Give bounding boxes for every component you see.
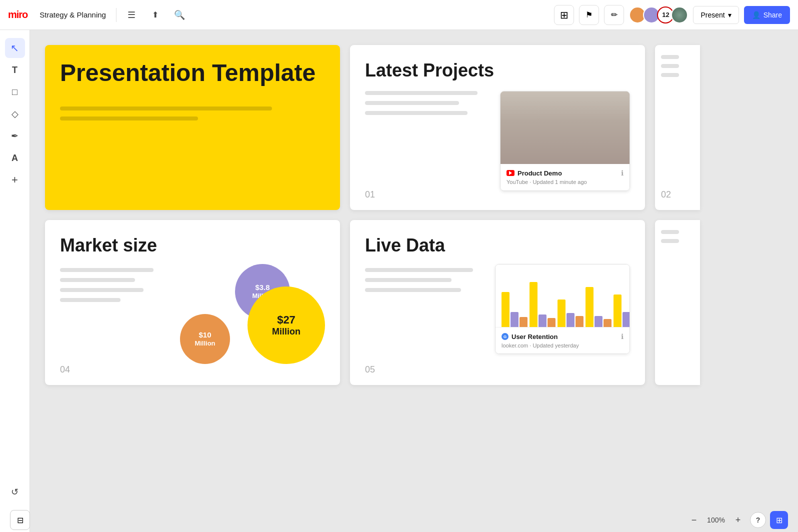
- collab-icon: ✏: [611, 10, 618, 20]
- market-size-title: Market size: [60, 235, 325, 256]
- video-info-icon: ℹ: [621, 169, 624, 177]
- chart-info-top: G User Retention ℹ: [502, 332, 624, 340]
- chart-source-name: looker.com: [502, 342, 528, 348]
- presentation-template-title: Presentation Template: [60, 60, 325, 86]
- bar-yellow-2: [530, 282, 538, 327]
- avatars-group: 12: [629, 6, 688, 24]
- livedata-lines: [365, 264, 485, 292]
- bubble-orange: $10 Million: [180, 314, 230, 364]
- help-icon: ?: [756, 516, 760, 524]
- presentation-line-1: [60, 106, 272, 110]
- undo-button[interactable]: ↺: [5, 482, 25, 502]
- proj-line-1: [365, 91, 478, 95]
- projects-lines: [365, 91, 490, 115]
- bar-group-2: [530, 282, 556, 327]
- video-bg: [500, 92, 630, 164]
- avatar-3: [671, 6, 688, 24]
- zoom-out-button[interactable]: −: [686, 512, 702, 528]
- market-line-1: [60, 268, 154, 272]
- smart-drawing-icon: ⊞: [560, 9, 568, 21]
- left-sidebar: ↖ T □ ◇ ✒ A + ↺ ↻: [0, 30, 30, 532]
- presentation-line-2: [60, 116, 198, 120]
- plus-icon: +: [12, 174, 18, 186]
- board-title[interactable]: Strategy & Planning: [36, 8, 110, 21]
- video-source: Product Demo: [506, 170, 562, 177]
- topbar-right: ⊞ ⚑ ✏ 12 Present ▾ 👤 Share: [554, 5, 790, 25]
- bar-group-4: [586, 287, 612, 327]
- market-line-2: [60, 278, 135, 282]
- market-line-4: [60, 298, 120, 302]
- canvas[interactable]: Presentation Template Latest Projects: [30, 30, 798, 508]
- bubble-orange-value: $10: [198, 330, 211, 340]
- chart-meta: looker.com · Updated yesterday: [502, 342, 624, 348]
- partial-card-top: 02: [655, 45, 700, 210]
- yt-play-icon: [509, 171, 512, 175]
- marker-tool-button[interactable]: A: [5, 148, 25, 168]
- zoom-level: 100%: [706, 516, 726, 524]
- text-tool-button[interactable]: T: [5, 60, 25, 80]
- market-line-3: [60, 288, 144, 292]
- bar-orange-3: [576, 316, 584, 327]
- video-card[interactable]: Product Demo ℹ YouTube · Updated 1 minut…: [500, 91, 630, 191]
- select-tool-button[interactable]: ↖: [5, 38, 25, 58]
- partial-card-bottom: [655, 220, 700, 385]
- bar-yellow-4: [586, 287, 594, 327]
- share-person-icon: 👤: [752, 11, 760, 19]
- market-size-card[interactable]: Market size $3.8 Million $10: [45, 220, 340, 385]
- video-meta: YouTube · Updated 1 minute ago: [506, 179, 624, 185]
- search-button[interactable]: 🔍: [170, 6, 188, 24]
- panel-icon: ⊟: [17, 516, 24, 525]
- livedata-line-2: [365, 278, 452, 282]
- smart-drawing-button[interactable]: ⊞: [554, 5, 574, 25]
- chart-area: [496, 264, 630, 327]
- presentation-template-card[interactable]: Presentation Template: [45, 45, 340, 210]
- bar-purple-2: [538, 314, 546, 327]
- chart-card[interactable]: G User Retention ℹ looker.com · Updated …: [495, 264, 630, 354]
- navigation-button[interactable]: ⊞: [770, 511, 788, 529]
- marker-icon: A: [12, 153, 18, 164]
- video-updated: Updated 1 minute ago: [532, 179, 586, 185]
- bar-purple-3: [566, 313, 574, 327]
- bar-group-1: [502, 292, 528, 327]
- pen-icon: ✒: [11, 130, 18, 142]
- live-data-title: Live Data: [365, 235, 630, 256]
- collab-cursor-button[interactable]: ✏: [604, 5, 624, 25]
- partial-line-2: [661, 64, 679, 68]
- panel-toggle-button[interactable]: ⊟: [10, 510, 30, 530]
- cursor-button[interactable]: ⚑: [579, 5, 599, 25]
- livedata-line-3: [365, 288, 461, 292]
- zoom-in-button[interactable]: +: [730, 512, 746, 528]
- present-label: Present: [700, 11, 724, 19]
- bubble-orange-unit: Million: [194, 340, 215, 348]
- partial-card-number: 02: [661, 190, 694, 200]
- present-button[interactable]: Present ▾: [693, 6, 738, 24]
- share-button[interactable]: 👤 Share: [744, 6, 790, 24]
- projects-card-number: 01: [365, 190, 375, 200]
- note-tool-button[interactable]: □: [5, 82, 25, 102]
- zoom-minus-icon: −: [692, 515, 697, 526]
- bar-yellow-1: [502, 292, 510, 327]
- chart-updated: Updated yesterday: [532, 342, 578, 348]
- shapes-tool-button[interactable]: ◇: [5, 104, 25, 124]
- live-data-card[interactable]: Live Data: [350, 220, 645, 385]
- menu-icon: ☰: [128, 10, 136, 20]
- search-icon: 🔍: [174, 10, 185, 20]
- pen-tool-button[interactable]: ✒: [5, 126, 25, 146]
- market-card-number: 04: [60, 364, 70, 375]
- chart-title: User Retention: [512, 333, 558, 340]
- chart-info-icon: ℹ: [621, 332, 624, 340]
- shapes-icon: ◇: [12, 108, 18, 120]
- partial-bottom-line-1: [661, 230, 679, 234]
- bubble-yellow: $27 Million: [248, 286, 325, 364]
- zoom-plus-icon: +: [736, 515, 741, 526]
- partial-line-1: [661, 55, 679, 59]
- help-button[interactable]: ?: [750, 512, 766, 528]
- text-icon: T: [12, 65, 18, 76]
- upload-icon: ⬆: [152, 10, 158, 20]
- add-tool-button[interactable]: +: [5, 170, 25, 190]
- upload-button[interactable]: ⬆: [146, 6, 164, 24]
- topbar: miro Strategy & Planning ☰ ⬆ 🔍 ⊞ ⚑ ✏ 12 …: [0, 0, 798, 30]
- menu-button[interactable]: ☰: [122, 6, 140, 24]
- cursor-flag-icon: ⚑: [586, 10, 592, 20]
- latest-projects-card[interactable]: Latest Projects: [350, 45, 645, 210]
